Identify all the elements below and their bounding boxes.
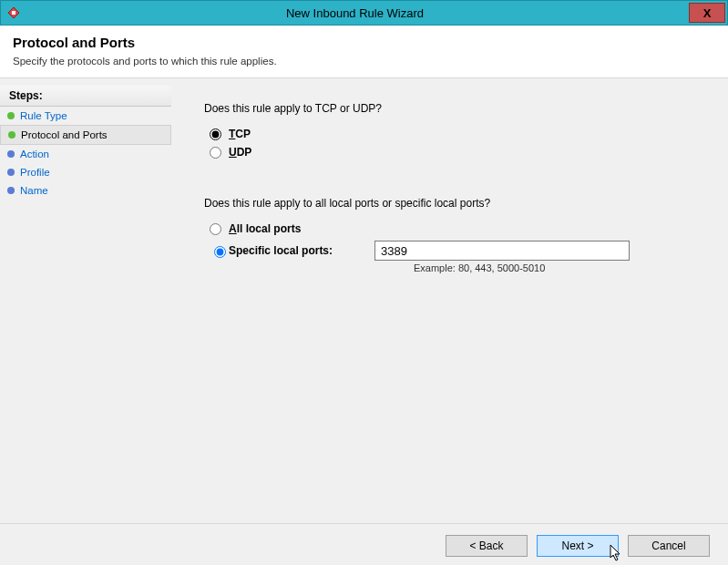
page-title: Protocol and Ports bbox=[13, 35, 715, 50]
wizard-body: Steps: Rule Type Protocol and Ports Acti… bbox=[0, 78, 728, 523]
main-panel: Does this rule apply to TCP or UDP? TCP … bbox=[171, 78, 728, 523]
step-rule-type[interactable]: Rule Type bbox=[0, 107, 171, 125]
step-name[interactable]: Name bbox=[0, 181, 171, 200]
protocol-question: Does this rule apply to TCP or UDP? bbox=[204, 102, 701, 115]
next-button[interactable]: Next > bbox=[537, 535, 619, 557]
step-protocol-and-ports[interactable]: Protocol and Ports bbox=[0, 125, 171, 145]
radio-all-ports-row: All local ports bbox=[210, 222, 701, 235]
page-subtitle: Specify the protocols and ports to which… bbox=[13, 56, 715, 67]
wizard-header: Protocol and Ports Specify the protocols… bbox=[0, 26, 728, 78]
radio-udp-row: UDP bbox=[210, 146, 701, 159]
titlebar: New Inbound Rule Wizard X bbox=[0, 0, 728, 26]
app-icon bbox=[6, 5, 21, 20]
radio-tcp-row: TCP bbox=[210, 128, 701, 140]
step-label: Profile bbox=[20, 167, 50, 178]
step-label: Action bbox=[20, 149, 49, 159]
close-icon: X bbox=[703, 6, 712, 20]
button-bar: < Back Next > Cancel bbox=[0, 523, 728, 565]
ports-question: Does this rule apply to all local ports … bbox=[204, 197, 701, 210]
radio-specific-ports-row: Specific local ports: bbox=[210, 241, 701, 261]
window-title: New Inbound Rule Wizard bbox=[21, 6, 689, 20]
radio-all-ports[interactable] bbox=[210, 223, 221, 235]
specific-ports-input[interactable] bbox=[374, 241, 630, 261]
bullet-icon bbox=[7, 187, 15, 194]
step-label: Rule Type bbox=[20, 110, 67, 121]
bullet-icon bbox=[8, 131, 15, 139]
radio-specific-ports[interactable] bbox=[214, 246, 226, 258]
close-button[interactable]: X bbox=[689, 3, 725, 23]
radio-specific-ports-label[interactable]: Specific local ports: bbox=[229, 244, 333, 257]
cursor-icon bbox=[609, 543, 623, 565]
radio-udp[interactable] bbox=[210, 147, 221, 159]
steps-sidebar: Steps: Rule Type Protocol and Ports Acti… bbox=[0, 78, 171, 523]
svg-rect-0 bbox=[12, 11, 15, 15]
step-label: Name bbox=[20, 185, 48, 196]
bullet-icon bbox=[7, 112, 15, 119]
radio-udp-label[interactable]: UDP bbox=[229, 146, 251, 159]
step-profile[interactable]: Profile bbox=[0, 163, 171, 181]
radio-tcp-label[interactable]: TCP bbox=[229, 128, 251, 140]
step-label: Protocol and Ports bbox=[21, 129, 108, 140]
back-button[interactable]: < Back bbox=[446, 535, 528, 557]
step-action[interactable]: Action bbox=[0, 145, 171, 163]
steps-heading: Steps: bbox=[0, 86, 171, 107]
radio-tcp[interactable] bbox=[210, 128, 221, 140]
bullet-icon bbox=[7, 150, 15, 158]
cancel-button[interactable]: Cancel bbox=[628, 535, 710, 557]
bullet-icon bbox=[7, 169, 15, 176]
radio-all-ports-label[interactable]: All local ports bbox=[229, 222, 301, 235]
next-button-label: Next > bbox=[561, 539, 593, 552]
ports-example: Example: 80, 443, 5000-5010 bbox=[414, 262, 701, 273]
